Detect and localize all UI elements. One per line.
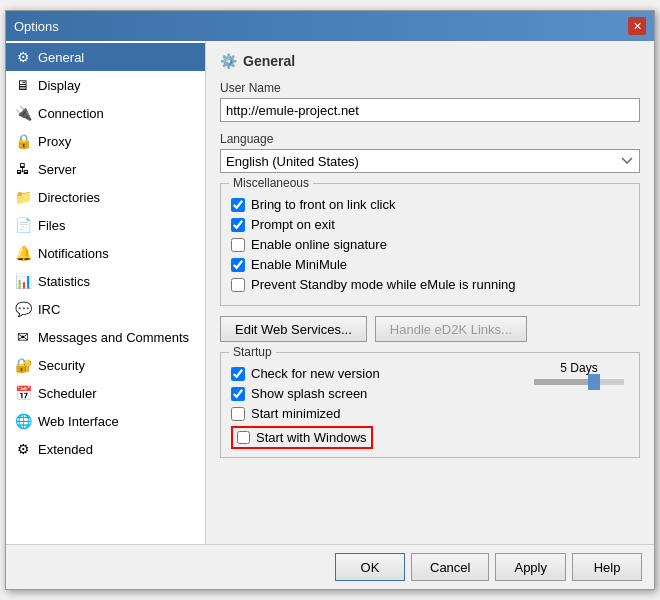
display-icon: 🖥 (14, 76, 32, 94)
messages-icon: ✉ (14, 328, 32, 346)
security-icon: 🔐 (14, 356, 32, 374)
scheduler-icon: 📅 (14, 384, 32, 402)
main-content: ⚙️ General User Name Language English (U… (206, 41, 654, 544)
cancel-button[interactable]: Cancel (411, 553, 489, 581)
connection-icon: 🔌 (14, 104, 32, 122)
days-label: 5 Days (560, 361, 597, 375)
webinterface-icon: 🌐 (14, 412, 32, 430)
label-check_version: Check for new version (251, 366, 380, 381)
language-group: Language English (United States)GermanFr… (220, 132, 640, 173)
general-icon: ⚙ (14, 48, 32, 66)
ok-button[interactable]: OK (335, 553, 405, 581)
username-label: User Name (220, 81, 640, 95)
misc-fieldset: Miscellaneous Bring to front on link cli… (220, 183, 640, 306)
label-online_sig: Enable online signature (251, 237, 387, 252)
label-mini_mule: Enable MiniMule (251, 257, 347, 272)
language-select[interactable]: English (United States)GermanFrenchSpani… (220, 149, 640, 173)
startup-checkboxes: Check for new versionShow splash screenS… (231, 361, 519, 449)
startup-row: Check for new versionShow splash screenS… (231, 361, 629, 449)
checkbox-online_sig[interactable] (231, 238, 245, 252)
days-control: 5 Days (529, 361, 629, 385)
sidebar-label-proxy: Proxy (38, 134, 71, 149)
directories-icon: 📁 (14, 188, 32, 206)
sidebar-item-proxy[interactable]: 🔒Proxy (6, 127, 205, 155)
sidebar-label-general: General (38, 50, 84, 65)
checkbox-prevent_standby[interactable] (231, 278, 245, 292)
title-bar: Options ✕ (6, 11, 654, 41)
sidebar-item-statistics[interactable]: 📊Statistics (6, 267, 205, 295)
sidebar-item-extended[interactable]: ⚙Extended (6, 435, 205, 463)
section-header: ⚙️ General (220, 53, 640, 69)
sidebar-label-security: Security (38, 358, 85, 373)
checkbox-splash_screen[interactable] (231, 387, 245, 401)
section-icon: ⚙️ (220, 53, 237, 69)
sidebar-item-directories[interactable]: 📁Directories (6, 183, 205, 211)
proxy-icon: 🔒 (14, 132, 32, 150)
startup-row-check_version: Check for new version (231, 366, 519, 381)
server-icon: 🖧 (14, 160, 32, 178)
sidebar-item-webinterface[interactable]: 🌐Web Interface (6, 407, 205, 435)
options-dialog: Options ✕ ⚙General🖥Display🔌Connection🔒Pr… (5, 10, 655, 590)
misc-row-bring_front: Bring to front on link click (231, 197, 629, 212)
username-input[interactable] (220, 98, 640, 122)
sidebar-label-scheduler: Scheduler (38, 386, 97, 401)
sidebar-item-general[interactable]: ⚙General (6, 43, 205, 71)
sidebar-label-files: Files (38, 218, 65, 233)
handle-ed2k-button[interactable]: Handle eD2K Links... (375, 316, 527, 342)
sidebar-label-statistics: Statistics (38, 274, 90, 289)
misc-row-online_sig: Enable online signature (231, 237, 629, 252)
edit-web-services-button[interactable]: Edit Web Services... (220, 316, 367, 342)
label-splash_screen: Show splash screen (251, 386, 367, 401)
irc-icon: 💬 (14, 300, 32, 318)
label-start_windows: Start with Windows (256, 430, 367, 445)
checkbox-prompt_exit[interactable] (231, 218, 245, 232)
sidebar-label-extended: Extended (38, 442, 93, 457)
language-label: Language (220, 132, 640, 146)
sidebar-label-connection: Connection (38, 106, 104, 121)
startup-row-start_windows: Start with Windows (231, 426, 373, 449)
label-start_minimized: Start minimized (251, 406, 341, 421)
web-services-row: Edit Web Services... Handle eD2K Links..… (220, 316, 640, 342)
notifications-icon: 🔔 (14, 244, 32, 262)
close-button[interactable]: ✕ (628, 17, 646, 35)
startup-row-splash_screen: Show splash screen (231, 386, 519, 401)
files-icon: 📄 (14, 216, 32, 234)
startup-legend: Startup (229, 345, 276, 359)
sidebar-item-irc[interactable]: 💬IRC (6, 295, 205, 323)
section-title-text: General (243, 53, 295, 69)
sidebar-label-webinterface: Web Interface (38, 414, 119, 429)
checkbox-bring_front[interactable] (231, 198, 245, 212)
sidebar-item-scheduler[interactable]: 📅Scheduler (6, 379, 205, 407)
sidebar-label-irc: IRC (38, 302, 60, 317)
sidebar-item-security[interactable]: 🔐Security (6, 351, 205, 379)
username-group: User Name (220, 81, 640, 122)
days-slider-track (534, 379, 624, 385)
checkbox-start_minimized[interactable] (231, 407, 245, 421)
apply-button[interactable]: Apply (495, 553, 566, 581)
sidebar-label-display: Display (38, 78, 81, 93)
dialog-body: ⚙General🖥Display🔌Connection🔒Proxy🖧Server… (6, 41, 654, 544)
checkbox-check_version[interactable] (231, 367, 245, 381)
checkbox-start_windows[interactable] (237, 431, 250, 444)
sidebar-item-server[interactable]: 🖧Server (6, 155, 205, 183)
statistics-icon: 📊 (14, 272, 32, 290)
sidebar-label-notifications: Notifications (38, 246, 109, 261)
sidebar-item-notifications[interactable]: 🔔Notifications (6, 239, 205, 267)
label-bring_front: Bring to front on link click (251, 197, 396, 212)
misc-row-mini_mule: Enable MiniMule (231, 257, 629, 272)
misc-legend: Miscellaneous (229, 176, 313, 190)
sidebar-item-files[interactable]: 📄Files (6, 211, 205, 239)
misc-row-prompt_exit: Prompt on exit (231, 217, 629, 232)
label-prompt_exit: Prompt on exit (251, 217, 335, 232)
checkbox-mini_mule[interactable] (231, 258, 245, 272)
help-button[interactable]: Help (572, 553, 642, 581)
sidebar-item-connection[interactable]: 🔌Connection (6, 99, 205, 127)
sidebar-item-messages[interactable]: ✉Messages and Comments (6, 323, 205, 351)
misc-row-prevent_standby: Prevent Standby mode while eMule is runn… (231, 277, 629, 292)
sidebar-label-server: Server (38, 162, 76, 177)
sidebar-item-display[interactable]: 🖥Display (6, 71, 205, 99)
startup-row-start_minimized: Start minimized (231, 406, 519, 421)
sidebar: ⚙General🖥Display🔌Connection🔒Proxy🖧Server… (6, 41, 206, 544)
sidebar-label-directories: Directories (38, 190, 100, 205)
slider-thumb[interactable] (588, 374, 600, 390)
